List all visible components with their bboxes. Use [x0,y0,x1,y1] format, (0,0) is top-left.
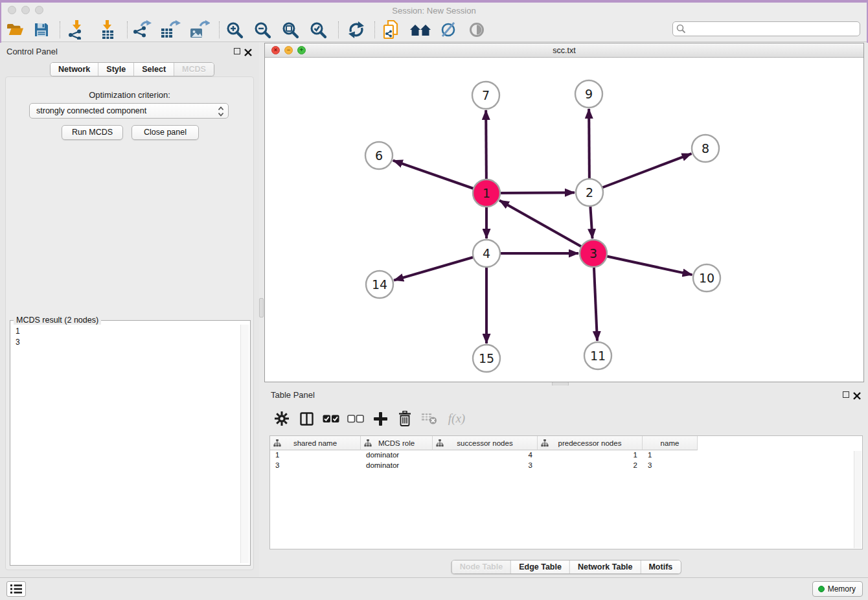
edge-3-10[interactable] [593,253,692,275]
show-columns-button[interactable] [294,408,319,429]
node-1[interactable]: 1 [473,179,500,207]
dropdown-value: strongly connected component [36,106,146,115]
titlebar: Session: New Session [0,3,868,18]
table-panel-float-button[interactable] [843,391,849,398]
node-2[interactable]: 2 [576,179,603,206]
zoom-out-button[interactable] [254,19,271,40]
select-all-checkboxes-button[interactable] [319,408,343,429]
node-label: 8 [702,141,709,156]
edge-1-6[interactable] [393,161,486,193]
import-network-icon [67,20,86,40]
tab-select[interactable]: Select [133,63,174,76]
refresh-button[interactable] [347,19,365,40]
export-image-button[interactable] [189,19,210,40]
node-11[interactable]: 11 [584,342,611,369]
plus-icon [374,412,387,426]
control-panel-close-button[interactable] [244,49,252,56]
hide-annotations-button[interactable] [439,19,457,40]
export-network-button[interactable] [133,19,152,40]
table-panel: Table Panel [264,386,868,577]
table-cell[interactable]: 3 [643,461,698,471]
memory-label: Memory [828,584,856,594]
node-8[interactable]: 8 [692,135,719,162]
delete-column-button[interactable] [393,408,417,429]
export-image-icon [189,20,210,40]
tab-motifs[interactable]: Motifs [640,560,680,573]
run-mcds-button[interactable]: Run MCDS [62,125,123,140]
node-3[interactable]: 3 [580,240,607,267]
clone-network-button[interactable] [382,19,400,40]
toolbar-separator [60,21,60,38]
status-bar: Memory [0,577,868,600]
table-cell[interactable]: dominator [361,450,433,461]
zoom-selected-button[interactable] [310,19,327,40]
table-cell[interactable]: 3 [433,461,538,471]
table-cell[interactable]: 1 [270,450,361,461]
node-14[interactable]: 14 [366,271,393,298]
deselect-all-checkboxes-button[interactable] [343,408,368,429]
control-panel-float-button[interactable] [234,48,240,54]
table-cell[interactable]: 1 [643,450,698,461]
mcds-result-scrollbar[interactable] [240,325,249,563]
zoom-fit-button[interactable] [282,19,299,40]
refresh-icon [347,21,365,39]
edge-2-8[interactable] [589,154,691,192]
node-10[interactable]: 10 [693,264,720,292]
tab-network[interactable]: Network [51,63,98,76]
table-settings-button[interactable] [269,408,294,429]
column-header-MCDS-role[interactable]: MCDS role [361,436,433,450]
node-15[interactable]: 15 [473,345,500,372]
import-network-button[interactable] [67,19,86,40]
tab-node-table[interactable]: Node Table [452,560,510,573]
import-table-button[interactable] [98,19,117,40]
column-header-predecessor-nodes[interactable]: predecessor nodes [538,436,643,450]
node-9[interactable]: 9 [575,80,602,108]
node-label: 9 [585,87,593,101]
table-panel-title: Table Panel [271,390,315,400]
table-cell[interactable]: 1 [538,450,643,461]
column-header-successor-nodes[interactable]: successor nodes [433,436,538,450]
fx-icon: f(x) [448,411,465,426]
optimization-criterion-dropdown[interactable]: strongly connected component [29,103,229,119]
column-header-name[interactable]: name [643,436,698,450]
network-canvas[interactable]: 7968124314101511 [265,58,863,382]
node-6[interactable]: 6 [365,142,393,169]
level-of-detail-button[interactable] [468,19,486,40]
delete-table-button[interactable] [417,408,442,429]
task-history-button[interactable] [6,581,26,597]
table-cell[interactable]: 3 [270,461,361,471]
tab-network-table[interactable]: Network Table [569,560,641,573]
add-column-button[interactable] [368,408,393,429]
table-row[interactable]: 3dominator323 [270,461,862,471]
table-scrollbar[interactable] [854,451,862,548]
search-input[interactable] [672,21,860,36]
column-header-shared-name[interactable]: shared name [270,436,361,450]
table-cell[interactable]: 2 [538,461,643,471]
save-session-button[interactable] [34,19,49,40]
table-panel-close-button[interactable] [853,392,861,400]
table-row[interactable]: 1dominator411 [270,450,862,461]
vertical-splitter-grip[interactable] [259,298,264,317]
table-cell[interactable]: 4 [433,450,538,461]
edge-3-1[interactable] [499,200,593,253]
tab-edge-table[interactable]: Edge Table [510,560,569,573]
mcds-result-text[interactable]: 1 3 [12,325,240,563]
table-cell[interactable]: dominator [361,461,433,471]
edge-4-14[interactable] [394,253,486,281]
tab-mcds[interactable]: MCDS [174,63,214,76]
export-table-button[interactable] [160,19,181,40]
checked-boxes-icon [323,415,339,423]
open-session-button[interactable] [6,19,24,40]
export-network-icon [133,20,152,40]
close-panel-button[interactable]: Close panel [131,125,199,140]
memory-button[interactable]: Memory [812,581,863,597]
zoom-in-button[interactable] [226,19,244,40]
home-button[interactable] [409,19,431,40]
delete-table-icon [422,413,437,424]
tab-style[interactable]: Style [98,63,133,76]
node-7[interactable]: 7 [472,82,499,109]
node-4[interactable]: 4 [473,240,500,267]
save-icon [34,22,49,38]
zoom-out-icon [254,21,271,39]
function-builder-button[interactable]: f(x) [442,408,472,429]
